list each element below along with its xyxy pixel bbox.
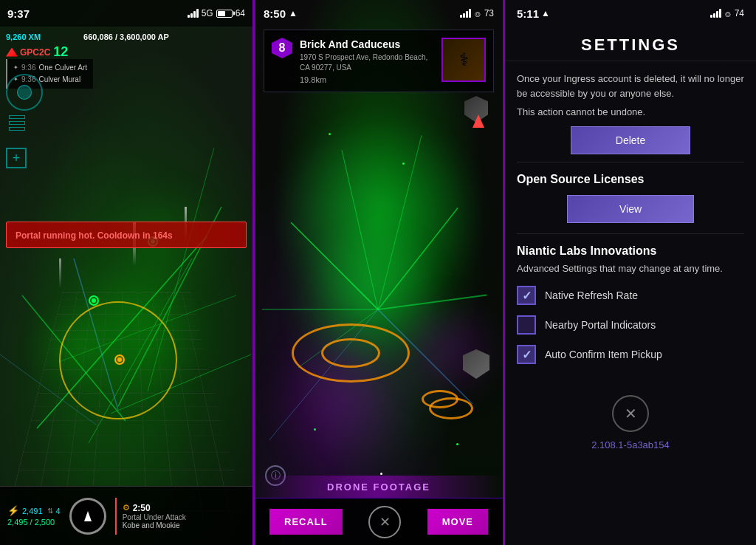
attack-names: Kobe and Mookie — [123, 521, 245, 529]
battery-level-2: 73 — [484, 8, 494, 18]
status-indicators-2: ⌾ 73 — [460, 8, 494, 19]
delete-account-section: Once your Ingress account is deleted, it… — [517, 61, 744, 162]
status-indicators: 5G 64 — [188, 8, 245, 18]
innovations-title: Niantic Labs Innovations — [517, 244, 744, 258]
status-bar: 9:37 5G 64 — [0, 0, 252, 27]
agent-info: GPC2C 12 — [6, 44, 247, 60]
portal-name: Brick And Caduceus — [300, 38, 434, 51]
faction-icon — [6, 48, 18, 57]
clock-2: 8:50 — [264, 7, 286, 20]
checkbox-nearby-portal-box[interactable] — [517, 315, 536, 335]
xm-value: 9,260 XM — [6, 32, 41, 41]
svg-line-10 — [378, 208, 458, 310]
drone-label: DRONE FOOTAGE — [255, 476, 503, 498]
status-indicators-3: ⌾ 74 — [710, 8, 744, 19]
particle-1 — [329, 133, 331, 135]
battery-fill — [218, 11, 226, 16]
checkbox-auto-confirm: ✓ Auto Confirm Item Pickup — [517, 345, 744, 364]
attack-row: ⚙ 2:50 — [123, 503, 245, 513]
layers-icon[interactable] — [6, 115, 28, 133]
recall-button[interactable]: RECALL — [269, 509, 343, 535]
health-stat: 2,495 / 2,500 — [7, 518, 61, 527]
bottom-controls: RECALL ✕ MOVE — [255, 498, 503, 545]
view-licenses-button[interactable]: View — [567, 195, 694, 223]
attack-time: 2:50 — [133, 503, 151, 513]
version-section: ✕ 2.108.1-5a3ab154 — [517, 385, 744, 461]
xm-bottom: 2,491 — [22, 507, 43, 515]
portal-image: ⚕ — [441, 38, 486, 82]
particle-2 — [402, 162, 405, 165]
clock-3: 5:11 — [517, 7, 539, 20]
warning-sub: This action cannot be undone. — [517, 106, 744, 117]
portal-node-main[interactable] — [114, 354, 125, 365]
xm-bar: 9,260 XM — [6, 32, 247, 41]
wifi-icon: ⌾ — [475, 8, 481, 19]
network-type: 5G — [202, 8, 213, 18]
wifi-icon-3: ⌾ — [725, 8, 731, 19]
divider — [115, 498, 117, 535]
move-button[interactable]: MOVE — [427, 509, 488, 535]
location-arrow-3: ▲ — [541, 8, 550, 18]
svg-line-12 — [378, 135, 422, 309]
checkbox-native-refresh: ✓ Native Refresh Rate — [517, 286, 744, 305]
panel-portal-detail: 8:50 ▲ ⌾ 73 8 Brick And Caduceus 1970 S … — [252, 0, 505, 545]
panel-game-map: 9:37 5G 64 660,086 / 3,600,000 AP 9,260 … — [0, 0, 252, 545]
particle-3 — [380, 473, 382, 475]
version-number: 2.108.1-5a3ab154 — [591, 439, 670, 450]
innovations-subtitle: Advanced Settings that may change at any… — [517, 262, 744, 275]
delete-button[interactable]: Delete — [571, 126, 690, 154]
checkbox-nearby-portal: Nearby Portal Indicators — [517, 315, 744, 335]
portal-node-3[interactable] — [89, 295, 99, 306]
checkbox-nearby-portal-label: Nearby Portal Indicators — [545, 319, 656, 331]
health-section: ⚡ 2,491 ⇅ 4 2,495 / 2,500 — [7, 505, 61, 527]
settings-title: SETTINGS — [505, 27, 756, 61]
checkbox-native-refresh-box[interactable]: ✓ — [517, 286, 536, 305]
portal-distance: 19.8km — [300, 75, 434, 84]
checkmark-native-refresh: ✓ — [522, 289, 532, 303]
attack-info: ⚙ 2:50 Portal Under Attack Kobe and Mook… — [123, 503, 245, 529]
xm-stat: ⚡ 2,491 ⇅ 4 — [7, 505, 61, 516]
orange-ring-4 — [429, 397, 473, 419]
portal-address: 1970 S Prospect Ave, Redondo Beach, CA 9… — [300, 52, 434, 73]
notif-text-2: Culver Mural — [38, 74, 80, 86]
close-button[interactable]: ✕ — [368, 506, 401, 538]
particle-4 — [314, 428, 316, 431]
nav-arrow — [472, 114, 484, 128]
checkbox-native-refresh-label: Native Refresh Rate — [545, 289, 638, 301]
portal-image-symbol: ⚕ — [459, 49, 469, 70]
health-val: 2,495 / 2,500 — [7, 518, 55, 527]
orange-ring-2 — [321, 338, 380, 368]
spire-3 — [59, 258, 61, 288]
clock: 9:37 — [7, 7, 30, 20]
warning-text: Once your Ingress account is deleted, it… — [517, 72, 744, 100]
battery-level: 64 — [236, 8, 245, 18]
particle-5 — [456, 443, 458, 445]
status-bar-3: 5:11 ▲ ⌾ 74 — [505, 0, 756, 27]
notif-time-1: 9:36 — [21, 62, 35, 74]
joystick[interactable] — [6, 74, 43, 111]
notif-item-1: ✦ 9:36 One Culver Art — [13, 62, 87, 74]
checkbox-auto-confirm-box[interactable]: ✓ — [517, 345, 536, 364]
compass[interactable] — [69, 498, 106, 535]
open-source-title: Open Source Licenses — [517, 173, 744, 186]
add-button[interactable]: + — [6, 148, 27, 168]
signal-icon-3 — [710, 9, 721, 18]
location-arrow: ▲ — [289, 8, 298, 18]
signal-icon-2 — [460, 9, 471, 18]
battery-icon — [216, 10, 233, 18]
arrows-count: ⇅ — [47, 507, 53, 515]
panel-settings: 5:11 ▲ ⌾ 74 SETTINGS Once your Ingress a… — [505, 0, 756, 545]
version-icon[interactable]: ✕ — [612, 395, 649, 432]
open-source-section: Open Source Licenses View — [517, 162, 744, 234]
signal-icon — [188, 9, 199, 18]
compass-container — [69, 498, 106, 535]
checkmark-auto-confirm: ✓ — [522, 348, 532, 362]
alert-text: Portal running hot. Cooldown in 164s — [16, 230, 173, 241]
arrows-val: 4 — [56, 507, 61, 515]
agent-level: 12 — [53, 44, 68, 60]
hud-top: 9,260 XM GPC2C 12 — [0, 30, 252, 63]
bottom-hud: ⚡ 2,491 ⇅ 4 2,495 / 2,500 ⚙ 2:50 Portal … — [0, 486, 252, 545]
settings-scroll-area[interactable]: Once your Ingress account is deleted, it… — [505, 61, 756, 545]
svg-line-9 — [291, 222, 378, 309]
agent-name: GPC2C — [20, 47, 50, 58]
